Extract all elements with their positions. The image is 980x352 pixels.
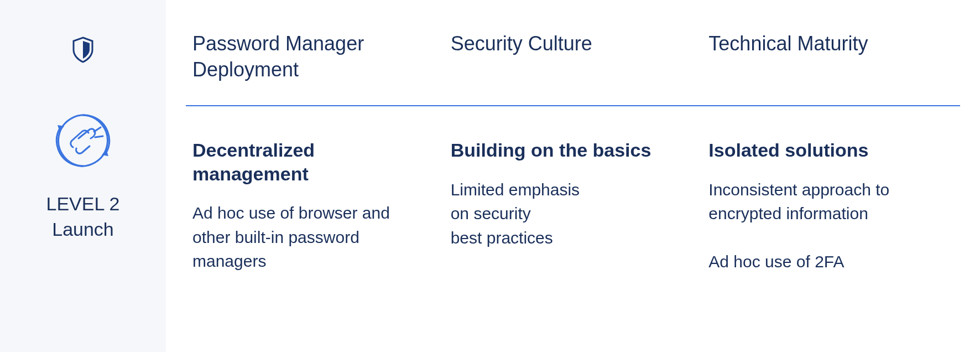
cell-description: Limited emphasis on security best practi… bbox=[451, 178, 680, 250]
level-number: LEVEL 2 bbox=[46, 193, 120, 214]
content-cell: Isolated solutions Inconsistent approach… bbox=[702, 138, 960, 274]
level-name: Launch bbox=[52, 219, 114, 240]
content-cell: Decentralized management Ad hoc use of b… bbox=[186, 138, 444, 274]
content-cell: Building on the basics Limited emphasis … bbox=[444, 138, 702, 274]
level-label: LEVEL 2 Launch bbox=[46, 191, 120, 242]
cell-title: Building on the basics bbox=[451, 138, 680, 162]
column-header: Security Culture bbox=[444, 0, 702, 105]
maturity-table: LEVEL 2 Launch Password Manager Deployme… bbox=[0, 0, 980, 352]
column-header: Technical Maturity bbox=[702, 0, 960, 105]
cell-description: Inconsistent approach to encrypted infor… bbox=[708, 178, 938, 274]
column-header: Password Manager Deployment bbox=[186, 0, 444, 105]
svg-line-2 bbox=[94, 127, 101, 132]
cell-title: Isolated solutions bbox=[708, 138, 938, 162]
hand-snap-icon bbox=[50, 107, 116, 174]
table-content-row: Decentralized management Ad hoc use of b… bbox=[186, 106, 960, 274]
sidebar: LEVEL 2 Launch bbox=[0, 0, 166, 352]
table-header-row: Password Manager Deployment Security Cul… bbox=[186, 0, 960, 106]
cell-description: Ad hoc use of browser and other built-in… bbox=[192, 201, 422, 273]
svg-line-3 bbox=[95, 136, 103, 137]
cell-title: Decentralized management bbox=[192, 138, 422, 185]
shield-icon bbox=[71, 37, 95, 63]
main-content: Password Manager Deployment Security Cul… bbox=[166, 0, 980, 352]
